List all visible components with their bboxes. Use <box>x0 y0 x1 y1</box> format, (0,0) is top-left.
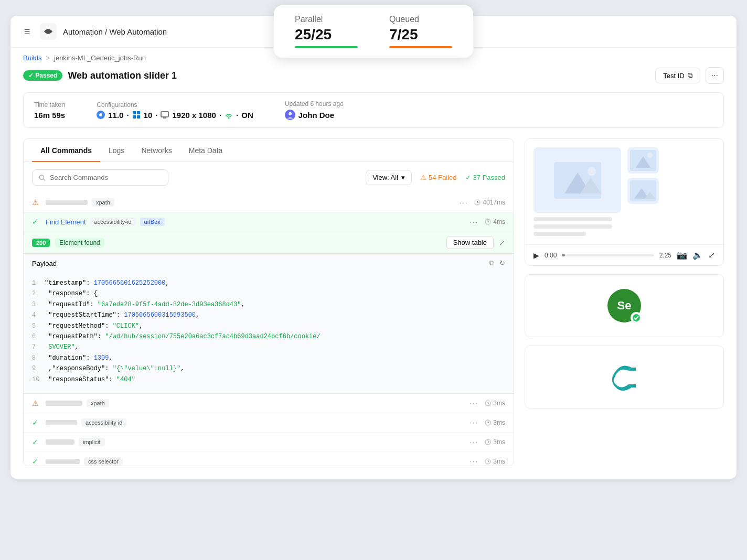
status-left: ✓ Passed Web automation slider 1 <box>23 70 177 81</box>
svg-point-26 <box>647 153 653 158</box>
cmd-tag-accessibility: accessibility-id <box>90 218 136 226</box>
video-time-end: 2:25 <box>659 252 671 259</box>
warn-icon: ⚠ <box>32 399 41 407</box>
list-placeholder-main <box>533 217 621 236</box>
svg-rect-6 <box>137 115 140 119</box>
media-card: ▶ 0:00 2:25 📷 🔈 ⤢ <box>525 138 724 266</box>
screenshot-video-icon[interactable]: 📷 <box>677 250 687 260</box>
app-logo <box>40 23 57 40</box>
svg-point-2 <box>99 113 102 116</box>
clock-icon <box>485 400 491 406</box>
payload-header: Payload ⧉ ↻ <box>24 254 514 273</box>
search-icon <box>39 174 46 181</box>
left-panel: All Commands Logs Networks Meta Data Vie… <box>23 138 514 466</box>
search-input[interactable] <box>50 174 162 181</box>
table-row: ⚠ xpath ··· 4017ms <box>24 193 514 212</box>
selenium-check-icon <box>633 314 640 321</box>
element-found-bar: 200 Element found Show table ⤢ <box>24 232 514 254</box>
cmd-label: implicit <box>46 438 469 446</box>
mountain-image-small2 <box>630 180 656 201</box>
cmd-tag: css selector <box>84 457 123 466</box>
more-dots-button[interactable]: ··· <box>459 199 468 207</box>
copy-payload-icon[interactable]: ⧉ <box>489 259 494 267</box>
queued-value: 7/25 <box>389 26 418 43</box>
app-title: Automation / Web Automation <box>63 27 167 36</box>
svg-rect-7 <box>161 112 168 117</box>
test-id-label: Test ID <box>663 72 684 80</box>
view-all-label: View: All <box>372 174 398 181</box>
network-status: ON <box>241 111 253 120</box>
cmd-label: Find Element accessibility-id urlBox <box>46 218 469 226</box>
show-table-button[interactable]: Show table <box>446 236 494 249</box>
hamburger-button[interactable]: ☰ <box>21 25 34 39</box>
resolution: 1920 x 1080 <box>172 111 216 120</box>
fullscreen-icon[interactable]: ⤢ <box>708 250 715 260</box>
volume-icon[interactable]: 🔈 <box>692 250 703 260</box>
selenium-check <box>631 312 642 324</box>
tab-logs[interactable]: Logs <box>100 139 133 162</box>
more-dots-button[interactable]: ··· <box>469 218 478 226</box>
ok-icon: ✓ <box>32 457 41 466</box>
test-id-button[interactable]: Test ID ⧉ <box>655 68 700 83</box>
cmd-redacted <box>46 200 88 205</box>
cypress-icon <box>609 361 640 393</box>
table-row: ✓ Find Element accessibility-id urlBox ·… <box>24 212 514 232</box>
user-name: John Doe <box>298 111 334 120</box>
svg-point-11 <box>39 175 44 179</box>
history-icon[interactable]: ↻ <box>499 259 505 267</box>
progress-bar[interactable] <box>562 254 654 256</box>
more-options-button[interactable]: ··· <box>706 67 724 84</box>
video-icons: 📷 🔈 ⤢ <box>677 250 715 260</box>
cmd-sub-tag: urlBox <box>140 218 165 226</box>
config-card: Time taken 16m 59s Configurations 11.0 · <box>23 92 724 128</box>
progress-fill <box>562 254 564 256</box>
search-box[interactable] <box>32 169 168 186</box>
element-found-text: Element found <box>55 238 104 247</box>
mountain-image-small <box>630 150 656 171</box>
cmd-right-meta: ··· 3ms <box>469 457 505 465</box>
table-row: ✓ implicit ··· 3ms <box>24 433 514 452</box>
tab-meta-data[interactable]: Meta Data <box>180 139 231 162</box>
more-dots-button[interactable]: ··· <box>469 399 478 407</box>
cmd-controls: View: All ▾ ⚠ 54 Failed ✓ 37 Passed <box>24 162 514 193</box>
breadcrumb-builds[interactable]: Builds <box>23 54 41 62</box>
tab-all-commands[interactable]: All Commands <box>32 139 100 162</box>
updated-config: Updated 6 hours ago John Doe <box>285 100 344 120</box>
clock-icon <box>485 458 491 465</box>
warn-icon: ⚠ <box>32 198 41 207</box>
cmd-redacted <box>46 459 80 464</box>
breadcrumb-sep: > <box>46 54 50 62</box>
cmd-tag: accessibility id <box>81 418 126 427</box>
svg-point-8 <box>228 117 230 119</box>
view-all-button[interactable]: View: All ▾ <box>366 170 412 185</box>
parallel-stat: Parallel 25/25 <box>295 15 358 48</box>
cypress-card <box>525 346 724 408</box>
more-dots-button[interactable]: ··· <box>469 438 478 446</box>
check-icon: ✓ <box>465 174 471 181</box>
parallel-label: Parallel <box>295 15 323 24</box>
tab-networks[interactable]: Networks <box>133 139 180 162</box>
svg-point-10 <box>289 112 292 115</box>
cmd-label: xpath <box>46 198 459 207</box>
expand-icon[interactable]: ⤢ <box>499 239 505 247</box>
copy-icon: ⧉ <box>688 71 692 80</box>
cmd-right-meta: ··· 3ms <box>469 399 505 407</box>
play-button[interactable]: ▶ <box>533 251 539 260</box>
windows-icon <box>132 111 141 119</box>
cmd-time: 3ms <box>485 400 505 407</box>
chrome-icon <box>97 111 105 119</box>
selenium-logo-wrap: Se <box>607 289 641 322</box>
more-dots-button[interactable]: ··· <box>469 457 478 465</box>
time-config: Time taken 16m 59s <box>34 101 65 120</box>
svg-rect-4 <box>137 111 140 114</box>
queued-bar <box>389 46 452 48</box>
clock-icon <box>474 199 481 206</box>
chrome-version: 11.0 <box>108 111 123 120</box>
more-dots-button[interactable]: ··· <box>469 418 478 426</box>
selenium-card: Se <box>525 274 724 337</box>
user-avatar <box>285 110 295 120</box>
cmd-tag: implicit <box>79 438 105 446</box>
table-row: ✓ accessibility id ··· 3ms <box>24 413 514 433</box>
failed-count: ⚠ 54 Failed <box>420 174 456 181</box>
cmd-list: ⚠ xpath ··· 4017ms ✓ <box>24 193 514 466</box>
